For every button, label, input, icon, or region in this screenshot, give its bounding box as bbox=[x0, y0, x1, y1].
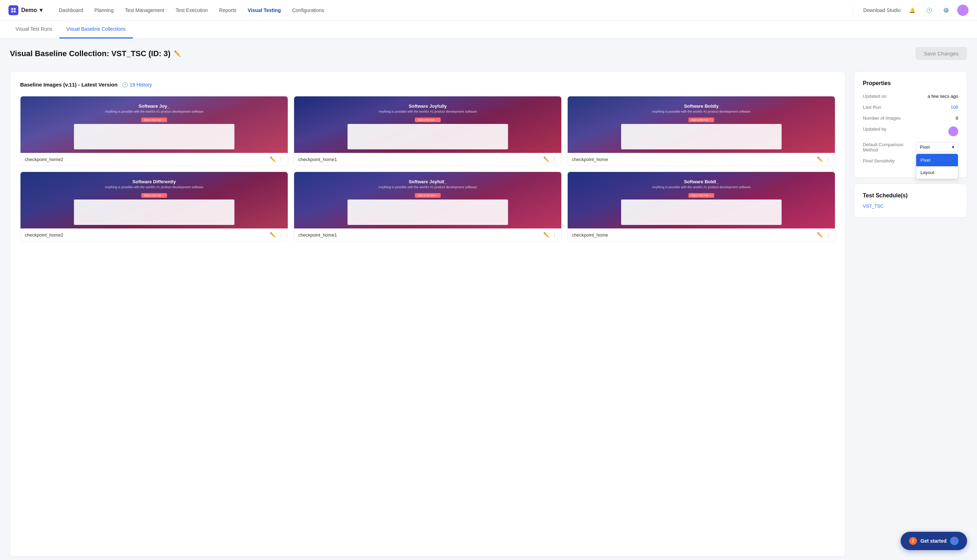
image-card: Software Boldly Anything is possible wit… bbox=[567, 96, 835, 166]
thumb-title: Software Boldly bbox=[568, 103, 835, 109]
prop-num-images-label: Number of Images bbox=[863, 115, 902, 121]
nav-test-management[interactable]: Test Management bbox=[120, 5, 169, 15]
image-thumbnail: Software Boldly Anything is possible wit… bbox=[568, 97, 835, 153]
image-actions: ✏️ ⋮ bbox=[270, 157, 283, 162]
more-options-icon[interactable]: ⋮ bbox=[552, 232, 557, 238]
more-options-icon[interactable]: ⋮ bbox=[826, 232, 831, 238]
thumb-screen bbox=[348, 200, 508, 225]
prop-updated-on-value: a few secs ago bbox=[927, 93, 958, 99]
nav-divider bbox=[853, 5, 853, 15]
edit-title-icon[interactable]: ✏️ bbox=[174, 50, 181, 57]
image-card-footer: checkpoint_home ✏️ ⋮ bbox=[568, 153, 835, 166]
image-card: Software Joyfully Anything is possible w… bbox=[294, 96, 562, 166]
image-card-footer: checkpoint_home2 ✏️ ⋮ bbox=[20, 153, 288, 166]
tab-visual-baseline-collections[interactable]: Visual Baseline Collections bbox=[59, 20, 133, 38]
thumb-cta: Start a free trial → bbox=[415, 193, 441, 198]
comparison-dropdown[interactable]: Pixel ▾ bbox=[916, 142, 958, 152]
edit-image-icon[interactable]: ✏️ bbox=[543, 157, 549, 162]
history-clock-icon: 🕐 bbox=[122, 82, 128, 88]
edit-image-icon[interactable]: ✏️ bbox=[817, 157, 823, 162]
images-panel: Baseline Images (v.11) - Latest Version … bbox=[10, 71, 845, 557]
main-content: Baseline Images (v.11) - Latest Version … bbox=[0, 66, 977, 560]
prop-pixel-sensitivity-label: Pixel Sensitivity bbox=[863, 158, 902, 163]
nav-visual-testing[interactable]: Visual Testing bbox=[243, 5, 286, 15]
image-name: checkpoint_home1 bbox=[298, 232, 337, 238]
thumb-cta: Start a free trial → bbox=[689, 193, 714, 198]
thumb-subtitle: Anything is possible with the world's #1… bbox=[294, 110, 561, 113]
brand-logo[interactable]: Demo ▾ bbox=[8, 5, 42, 15]
thumb-screen bbox=[621, 200, 781, 225]
page-title-container: Visual Baseline Collection: VST_TSC (ID:… bbox=[10, 49, 181, 58]
more-options-icon[interactable]: ⋮ bbox=[826, 157, 831, 162]
nav-configurations[interactable]: Configurations bbox=[287, 5, 329, 15]
page-title: Visual Baseline Collection: VST_TSC (ID:… bbox=[10, 49, 171, 58]
thumb-title: Software Joy_ bbox=[20, 103, 288, 109]
image-card-footer: checkpoint_home1 ✏️ ⋮ bbox=[294, 153, 561, 166]
history-icon[interactable]: 🕐 bbox=[923, 5, 935, 16]
image-actions: ✏️ ⋮ bbox=[270, 232, 283, 238]
notifications-icon[interactable]: 🔔 bbox=[906, 5, 918, 16]
edit-image-icon[interactable]: ✏️ bbox=[817, 232, 823, 238]
image-actions: ✏️ ⋮ bbox=[543, 157, 557, 162]
more-options-icon[interactable]: ⋮ bbox=[279, 232, 283, 238]
prop-updated-on-label: Updated on bbox=[863, 93, 902, 99]
prop-last-run-label: Last Run bbox=[863, 105, 902, 110]
image-actions: ✏️ ⋮ bbox=[817, 232, 831, 238]
image-card: Software Joyfull_ Anything is possible w… bbox=[294, 172, 562, 242]
properties-panel: Properties Updated on a few secs ago Las… bbox=[854, 71, 967, 557]
nav-test-execution[interactable]: Test Execution bbox=[171, 5, 213, 15]
image-name: checkpoint_home2 bbox=[25, 157, 63, 162]
prop-comparison-method: Default Comparison Method Pixel ▾ Pixel … bbox=[863, 142, 958, 153]
image-thumbnail: Software Differently Anything is possibl… bbox=[20, 172, 288, 228]
thumb-title: Software Boldl_ bbox=[568, 179, 835, 184]
get-started-icon: ❓ bbox=[950, 537, 959, 545]
thumb-title: Software Joyfully bbox=[294, 103, 561, 109]
comparison-dropdown-container: Pixel ▾ Pixel Layout bbox=[916, 142, 958, 152]
nav-dashboard[interactable]: Dashboard bbox=[54, 5, 88, 15]
nav-right: Download Studio 🔔 🕐 ⚙️ bbox=[849, 5, 969, 16]
tab-visual-test-runs[interactable]: Visual Test Runs bbox=[8, 20, 59, 38]
thumb-cta: Start a free trial → bbox=[415, 118, 441, 122]
comparison-dropdown-menu: Pixel Layout bbox=[916, 153, 958, 179]
image-card: Software Boldl_ Anything is possible wit… bbox=[567, 172, 835, 242]
download-studio-link[interactable]: Download Studio bbox=[863, 7, 901, 13]
brand-name: Demo bbox=[21, 7, 37, 13]
image-name: checkpoint_home1 bbox=[298, 157, 337, 162]
thumb-cta: Start a free trial → bbox=[689, 118, 714, 122]
brand-chevron: ▾ bbox=[40, 7, 42, 13]
prop-updated-by: Updated by bbox=[863, 127, 958, 136]
edit-image-icon[interactable]: ✏️ bbox=[543, 232, 549, 238]
thumb-cta: Start a free trial → bbox=[141, 118, 167, 122]
schedule-title: Test Schedule(s) bbox=[863, 192, 958, 199]
prop-num-images-value: 6 bbox=[956, 115, 958, 121]
history-link[interactable]: 🕐 19 History bbox=[122, 82, 152, 88]
thumb-subtitle: Anything is possible with the world's #1… bbox=[20, 185, 288, 189]
dropdown-option-pixel[interactable]: Pixel bbox=[916, 154, 958, 166]
get-started-button[interactable]: 2 Get started ❓ bbox=[901, 532, 967, 550]
image-name: checkpoint_home bbox=[572, 157, 608, 162]
properties-card: Properties Updated on a few secs ago Las… bbox=[854, 71, 967, 178]
image-name: checkpoint_home bbox=[572, 232, 608, 238]
thumb-subtitle: Anything is possible with the world's #1… bbox=[294, 185, 561, 189]
more-options-icon[interactable]: ⋮ bbox=[552, 157, 557, 162]
images-panel-header: Baseline Images (v.11) - Latest Version … bbox=[20, 82, 835, 88]
settings-icon[interactable]: ⚙️ bbox=[940, 5, 952, 16]
user-avatar[interactable] bbox=[957, 5, 969, 16]
top-navigation: Demo ▾ Dashboard Planning Test Managemen… bbox=[0, 0, 977, 20]
schedule-link[interactable]: VST_TSC bbox=[863, 203, 884, 209]
image-card-footer: checkpoint_home1 ✏️ ⋮ bbox=[294, 228, 561, 241]
prop-last-run-value[interactable]: 106 bbox=[950, 105, 958, 110]
edit-image-icon[interactable]: ✏️ bbox=[270, 157, 276, 162]
thumb-subtitle: Anything is possible with the world's #1… bbox=[568, 185, 835, 189]
dropdown-option-layout[interactable]: Layout bbox=[916, 166, 958, 179]
nav-reports[interactable]: Reports bbox=[214, 5, 241, 15]
nav-planning[interactable]: Planning bbox=[89, 5, 119, 15]
edit-image-icon[interactable]: ✏️ bbox=[270, 232, 276, 238]
save-changes-button[interactable]: Save Changes bbox=[915, 47, 967, 60]
test-schedule-card: Test Schedule(s) VST_TSC bbox=[854, 183, 967, 218]
more-options-icon[interactable]: ⋮ bbox=[279, 157, 283, 162]
thumb-title: Software Differently bbox=[20, 179, 288, 184]
comparison-dropdown-value: Pixel bbox=[920, 144, 930, 150]
thumb-screen bbox=[348, 124, 508, 149]
get-started-label: Get started bbox=[920, 538, 947, 544]
